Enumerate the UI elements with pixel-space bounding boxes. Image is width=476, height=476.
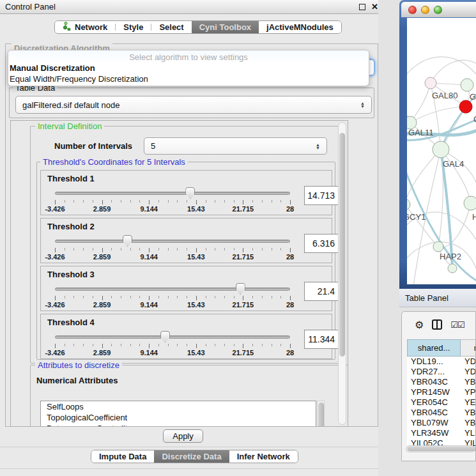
attribute-list-item[interactable]: BetweennessCentrality bbox=[41, 423, 316, 427]
tab-label: jActiveMNodules bbox=[266, 22, 334, 32]
tab-infer-network[interactable]: Infer Network bbox=[229, 450, 298, 463]
slider-tick bbox=[149, 200, 150, 204]
tab-network[interactable]: Network bbox=[55, 21, 115, 33]
thresholds-group-label: Threshold's Coordinates for 5 Intervals bbox=[40, 157, 188, 167]
slider-tick bbox=[272, 344, 272, 346]
checked-checkbox-icons[interactable]: ☑☑ bbox=[450, 320, 464, 330]
slider-tick bbox=[177, 248, 178, 250]
slider-tick bbox=[196, 344, 197, 348]
algorithm-option-manual[interactable]: Manual Discretization bbox=[8, 63, 369, 73]
slider-tick bbox=[215, 200, 215, 203]
slider-tick bbox=[234, 296, 234, 298]
network-node[interactable] bbox=[433, 242, 443, 252]
tab-select[interactable]: Select bbox=[151, 21, 191, 33]
slider-tick-label: 9.144 bbox=[140, 301, 158, 309]
threshold-label: Threshold 1 bbox=[47, 174, 95, 183]
slider-tick bbox=[206, 248, 206, 250]
column-header-name[interactable]: name bbox=[461, 339, 476, 357]
slider-thumb[interactable] bbox=[123, 235, 132, 247]
network-node[interactable] bbox=[407, 199, 410, 210]
threshold-slider[interactable]: -3.4262.8599.14415.4321.71528 bbox=[55, 235, 290, 262]
table-row[interactable]: YER054CYER054C bbox=[407, 397, 476, 408]
algorithm-placeholder-option[interactable]: Select algorithm to view settings bbox=[8, 50, 369, 63]
attributes-list-scrollbar[interactable] bbox=[317, 401, 325, 427]
algorithm-option-equal-width[interactable]: Equal Width/Frequency Discretization bbox=[8, 73, 369, 84]
tab-discretize-data[interactable]: Discretize Data bbox=[154, 450, 229, 463]
network-canvas[interactable]: GAL80GACGAL11GAL4GCY1HHAP2 bbox=[407, 18, 476, 284]
tab-label: Discretize Data bbox=[162, 452, 221, 461]
slider-tick bbox=[139, 200, 140, 203]
network-window-titlebar[interactable] bbox=[401, 2, 476, 17]
apply-button[interactable]: Apply bbox=[163, 429, 203, 443]
attribute-list-item[interactable]: SelfLoops bbox=[41, 401, 316, 412]
slider-tick-label: 2.859 bbox=[93, 253, 111, 261]
slider-tick bbox=[215, 344, 215, 346]
threshold-value-field[interactable]: 11.344 bbox=[304, 330, 339, 349]
column-header-shared-name[interactable]: shared... bbox=[407, 339, 461, 357]
threshold-slider[interactable]: -3.4262.8599.14415.4321.71528 bbox=[55, 187, 290, 214]
slider-tick-label: 9.144 bbox=[140, 253, 158, 261]
gear-icon[interactable]: ⚙ bbox=[415, 319, 424, 331]
slider-track[interactable] bbox=[55, 335, 290, 339]
slider-thumb[interactable] bbox=[160, 331, 170, 342]
table-row[interactable]: YDR27...YDR27 bbox=[407, 367, 476, 377]
network-node[interactable] bbox=[425, 77, 436, 89]
slider-tick bbox=[187, 296, 187, 298]
network-node[interactable] bbox=[448, 264, 457, 273]
zoom-traffic-light-icon[interactable] bbox=[434, 6, 442, 14]
network-node[interactable] bbox=[459, 100, 472, 113]
network-node[interactable] bbox=[464, 196, 476, 210]
slider-tick bbox=[262, 296, 263, 298]
close-icon[interactable]: ✕ bbox=[371, 4, 378, 10]
tab-jactivemnodules[interactable]: jActiveMNodules bbox=[259, 21, 341, 33]
table-row[interactable]: YBR043CYBR043C bbox=[407, 377, 476, 387]
table-row[interactable]: YPR145WYPR145W bbox=[407, 387, 476, 397]
slider-tick bbox=[224, 344, 225, 346]
slider-tick-label: 15.43 bbox=[187, 301, 205, 309]
threshold-value-field[interactable]: 6.316 bbox=[304, 234, 339, 253]
network-icon bbox=[63, 22, 75, 33]
panel-scrollbar[interactable] bbox=[338, 122, 346, 425]
slider-track[interactable] bbox=[55, 240, 290, 243]
threshold-slider[interactable]: -3.4262.8599.14415.4321.71528 bbox=[55, 331, 290, 358]
slider-tick bbox=[93, 248, 93, 250]
split-column-icon[interactable] bbox=[432, 319, 442, 330]
slider-tick bbox=[177, 344, 178, 346]
table-row[interactable]: YDL19...YDL19 bbox=[407, 357, 476, 367]
table-row[interactable]: YBR045CYBR045C bbox=[407, 408, 476, 418]
close-traffic-light-icon[interactable] bbox=[408, 6, 417, 14]
num-intervals-combobox[interactable]: 5 ▲▼ bbox=[144, 137, 327, 155]
table-row[interactable]: YLR345WYLR345W bbox=[407, 428, 476, 438]
network-node[interactable] bbox=[407, 116, 417, 129]
slider-tick bbox=[187, 200, 187, 203]
slider-thumb[interactable] bbox=[236, 283, 245, 295]
threshold-slider[interactable]: -3.4262.8599.14415.4321.71528 bbox=[55, 283, 290, 310]
slider-tick-label: -3.426 bbox=[45, 205, 65, 213]
float-window-icon[interactable] bbox=[359, 4, 365, 10]
tab-impute-data[interactable]: Impute Data bbox=[91, 450, 154, 463]
slider-track[interactable] bbox=[55, 288, 290, 291]
tab-style[interactable]: Style bbox=[116, 21, 151, 33]
network-node[interactable] bbox=[433, 141, 449, 158]
threshold-3-box: Threshold 3-3.4262.8599.14415.4321.71528… bbox=[40, 266, 332, 311]
table-data-combobox[interactable]: galFiltered.sif default node ▲▼ bbox=[15, 96, 372, 114]
slider-track[interactable] bbox=[55, 192, 290, 195]
threshold-value-field[interactable]: 14.713 bbox=[304, 186, 339, 205]
tab-cyni-toolbox[interactable]: Cyni Toolbox bbox=[192, 21, 259, 33]
threshold-4-box: Threshold 4-3.4262.8599.14415.4321.71528… bbox=[40, 314, 332, 359]
minimize-traffic-light-icon[interactable] bbox=[421, 6, 429, 14]
slider-tick bbox=[272, 200, 272, 203]
table-cell: YDR27... bbox=[407, 367, 461, 377]
network-edge[interactable] bbox=[407, 150, 441, 204]
slider-tick bbox=[73, 200, 74, 203]
slider-tick bbox=[206, 344, 206, 346]
numerical-attributes-list[interactable]: SelfLoopsTopologicalCoefficientBetweenne… bbox=[40, 401, 316, 427]
network-node[interactable] bbox=[461, 79, 473, 91]
table-horizontal-scrollbar[interactable] bbox=[406, 445, 475, 452]
slider-thumb[interactable] bbox=[185, 187, 195, 199]
attribute-list-item[interactable]: TopologicalCoefficient bbox=[41, 412, 316, 423]
threshold-value-field[interactable]: 21.4 bbox=[304, 282, 339, 301]
table-row[interactable]: YBL079WYBL079W bbox=[407, 418, 476, 428]
table-cell: YBL079W bbox=[407, 418, 461, 428]
slider-tick-label: -3.426 bbox=[45, 253, 65, 261]
